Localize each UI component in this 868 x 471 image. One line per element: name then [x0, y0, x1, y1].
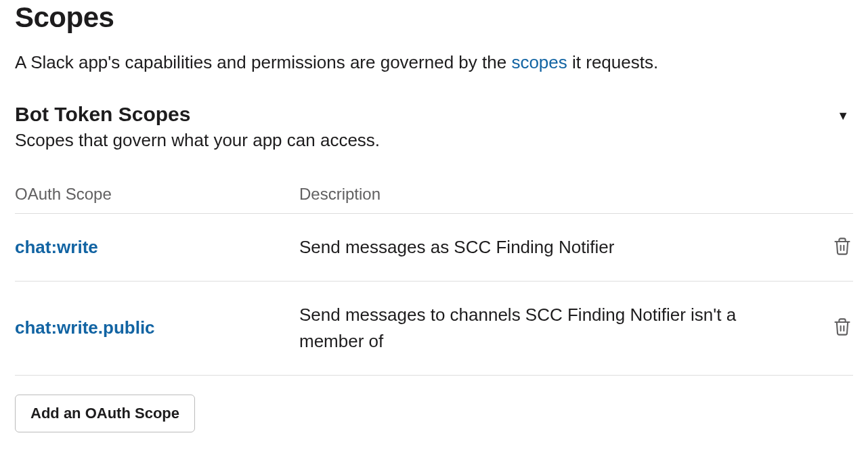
page-title: Scopes — [15, 1, 853, 34]
scope-link[interactable]: chat:write.public — [15, 317, 155, 338]
trash-icon — [833, 317, 852, 336]
intro-suffix: it requests. — [567, 52, 658, 72]
scope-link[interactable]: chat:write — [15, 237, 98, 257]
add-oauth-scope-button[interactable]: Add an OAuth Scope — [15, 395, 195, 432]
section-title: Bot Token Scopes — [15, 103, 190, 126]
header-description: Description — [299, 185, 817, 204]
trash-icon — [833, 237, 852, 256]
collapse-caret-icon[interactable]: ▼ — [837, 109, 849, 123]
header-oauth-scope: OAuth Scope — [15, 185, 299, 204]
table-header-row: OAuth Scope Description — [15, 185, 853, 214]
scope-description: Send messages to channels SCC Finding No… — [299, 302, 817, 355]
table-row: chat:write Send messages as SCC Finding … — [15, 214, 853, 282]
delete-scope-button[interactable] — [831, 316, 853, 340]
intro-text: A Slack app's capabilities and permissio… — [15, 50, 853, 76]
scopes-table: OAuth Scope Description chat:write Send … — [15, 185, 853, 376]
section-subtitle: Scopes that govern what your app can acc… — [15, 130, 853, 151]
scopes-link[interactable]: scopes — [511, 52, 567, 72]
scope-description: Send messages as SCC Finding Notifier — [299, 234, 817, 261]
delete-scope-button[interactable] — [831, 236, 853, 259]
table-row: chat:write.public Send messages to chann… — [15, 282, 853, 376]
intro-prefix: A Slack app's capabilities and permissio… — [15, 52, 511, 72]
